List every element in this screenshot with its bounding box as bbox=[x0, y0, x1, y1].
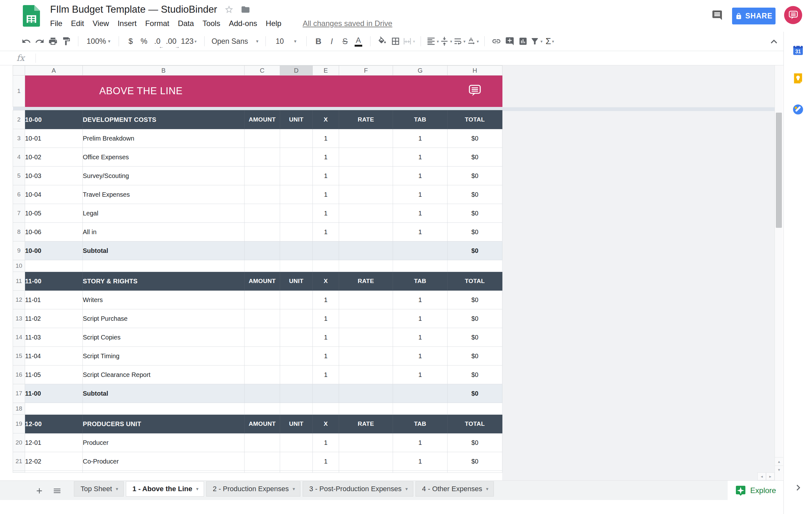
cell-code[interactable]: 10-02 bbox=[25, 148, 83, 167]
currency-format-button[interactable]: $ bbox=[124, 34, 137, 48]
text-rotation-select[interactable]: ▾ bbox=[466, 34, 479, 48]
cell-tab[interactable]: 1 bbox=[393, 433, 447, 452]
cell-code[interactable]: 11-02 bbox=[25, 309, 83, 328]
sheet-tab-other-expenses[interactable]: 4 - Other Expenses ▾ bbox=[415, 481, 494, 496]
text-color-button[interactable]: A bbox=[352, 34, 365, 48]
cell-name[interactable]: Office Expenses bbox=[83, 148, 244, 167]
cell-name[interactable]: Subtotal bbox=[83, 384, 244, 403]
cell-x[interactable]: 1 bbox=[313, 129, 339, 148]
cell-name[interactable]: Travel Expenses bbox=[83, 185, 244, 204]
cell-x[interactable]: 1 bbox=[313, 328, 339, 347]
decrease-decimal-button[interactable]: .0← bbox=[152, 37, 163, 46]
cell-total[interactable]: $0 bbox=[447, 366, 502, 384]
cell-code[interactable]: 10-00 bbox=[25, 241, 83, 260]
cell-x[interactable]: 1 bbox=[313, 167, 339, 185]
cell-code[interactable]: 10-05 bbox=[25, 204, 83, 223]
row-number[interactable]: 2 bbox=[13, 110, 25, 129]
cell-tab[interactable]: 1 bbox=[393, 452, 447, 471]
cell-x[interactable]: 1 bbox=[313, 223, 339, 241]
column-header-d[interactable]: D bbox=[280, 66, 313, 76]
cell-tab[interactable]: 1 bbox=[393, 347, 447, 366]
filter-button[interactable]: ▾ bbox=[530, 34, 543, 48]
cell-section-name[interactable]: STORY & RIGHTS bbox=[83, 272, 244, 291]
fill-color-button[interactable] bbox=[376, 34, 389, 48]
account-avatar[interactable] bbox=[784, 6, 802, 24]
google-keep-icon[interactable] bbox=[792, 72, 804, 84]
cell-name[interactable]: Legal bbox=[83, 204, 244, 223]
cell-tab[interactable]: 1 bbox=[393, 167, 447, 185]
column-header-b[interactable]: B bbox=[83, 66, 244, 76]
cell-code[interactable]: 10-03 bbox=[25, 167, 83, 185]
cell-x[interactable]: 1 bbox=[313, 347, 339, 366]
cell-header-rate[interactable]: RATE bbox=[339, 110, 393, 129]
cell-name[interactable]: Writers bbox=[83, 291, 244, 309]
explore-button[interactable]: Explore bbox=[728, 481, 783, 501]
cell-tab[interactable]: 1 bbox=[393, 366, 447, 384]
cell-tab[interactable]: 1 bbox=[393, 204, 447, 223]
row-number[interactable]: 10 bbox=[13, 260, 25, 272]
scroll-down-button[interactable]: ▾ bbox=[775, 465, 783, 474]
cell-section-code[interactable]: 12-00 bbox=[25, 415, 83, 433]
row-number[interactable]: 9 bbox=[13, 241, 25, 260]
collapse-side-panel-button[interactable] bbox=[793, 482, 804, 493]
scroll-up-button[interactable]: ▴ bbox=[775, 457, 783, 465]
column-header-g[interactable]: G bbox=[393, 66, 447, 76]
document-title[interactable]: FIlm Budget Template — StudioBinder bbox=[50, 4, 217, 15]
corner-cell[interactable] bbox=[13, 66, 25, 76]
cell-code[interactable]: 12-01 bbox=[25, 433, 83, 452]
cell-code[interactable]: 12-02 bbox=[25, 452, 83, 471]
cell-header-unit[interactable]: UNIT bbox=[280, 110, 313, 129]
cell-code[interactable]: 11-03 bbox=[25, 328, 83, 347]
menu-edit[interactable]: Edit bbox=[71, 19, 84, 28]
save-status-link[interactable]: All changes saved in Drive bbox=[302, 19, 393, 28]
undo-button[interactable] bbox=[20, 34, 33, 48]
all-sheets-menu-button[interactable] bbox=[51, 485, 63, 497]
cell-tab[interactable]: 1 bbox=[393, 328, 447, 347]
above-the-line-banner-cell[interactable]: ABOVE THE LINE bbox=[25, 76, 502, 107]
cell-code[interactable]: 10-06 bbox=[25, 223, 83, 241]
row-number[interactable]: 17 bbox=[13, 384, 25, 403]
insert-comment-button[interactable] bbox=[503, 34, 516, 48]
cell-x[interactable]: 1 bbox=[313, 366, 339, 384]
row-number[interactable]: 5 bbox=[13, 167, 25, 185]
cell-x[interactable]: 1 bbox=[313, 185, 339, 204]
cell-section-code[interactable]: 11-00 bbox=[25, 272, 83, 291]
cell-name[interactable]: Script Purchase bbox=[83, 309, 244, 328]
increase-decimal-button[interactable]: .00→ bbox=[164, 37, 178, 46]
cell-code[interactable]: 10-04 bbox=[25, 185, 83, 204]
sheet-tab-top-sheet[interactable]: Top Sheet ▾ bbox=[74, 481, 124, 496]
column-header-c[interactable]: C bbox=[244, 66, 280, 76]
sheet-tab-above-the-line[interactable]: 1 - Above the Line ▾ bbox=[126, 481, 204, 496]
percent-format-button[interactable]: % bbox=[137, 34, 151, 48]
row-number[interactable]: 14 bbox=[13, 328, 25, 347]
cell-tab[interactable]: 1 bbox=[393, 291, 447, 309]
menu-view[interactable]: View bbox=[93, 19, 109, 28]
cell-code[interactable]: 11-00 bbox=[25, 384, 83, 403]
formula-input[interactable] bbox=[40, 51, 779, 65]
cell-header-amount[interactable]: AMOUNT bbox=[244, 110, 280, 129]
font-size-select[interactable]: 10▾ bbox=[271, 34, 301, 48]
menu-insert[interactable]: Insert bbox=[118, 19, 137, 28]
cell-code[interactable]: 11-01 bbox=[25, 291, 83, 309]
cell-name[interactable]: Co-Producer bbox=[83, 452, 244, 471]
row-number[interactable]: 4 bbox=[13, 148, 25, 167]
cell-x[interactable]: 1 bbox=[313, 452, 339, 471]
cell-header-unit[interactable]: UNIT bbox=[280, 272, 313, 291]
cell-section-name[interactable]: DEVELOPMENT COSTS bbox=[83, 110, 244, 129]
cell-total[interactable]: $0 bbox=[447, 204, 502, 223]
cell-header-x[interactable]: X bbox=[313, 110, 339, 129]
cell-total[interactable]: $0 bbox=[447, 241, 502, 260]
add-sheet-button[interactable] bbox=[33, 485, 46, 497]
open-comments-button[interactable] bbox=[712, 9, 723, 22]
borders-button[interactable] bbox=[389, 34, 402, 48]
insert-link-button[interactable] bbox=[490, 34, 503, 48]
zoom-select[interactable]: 100%▾ bbox=[83, 34, 114, 48]
insert-chart-button[interactable] bbox=[516, 34, 530, 48]
cell-tab[interactable]: 1 bbox=[393, 148, 447, 167]
row-number[interactable]: 1 bbox=[13, 76, 25, 107]
italic-button[interactable]: I bbox=[325, 34, 339, 48]
font-family-select[interactable]: Open Sans▾ bbox=[210, 34, 260, 48]
cell-header-unit[interactable]: UNIT bbox=[280, 415, 313, 433]
sheets-logo-icon[interactable] bbox=[23, 5, 40, 28]
cell-name[interactable]: All in bbox=[83, 223, 244, 241]
